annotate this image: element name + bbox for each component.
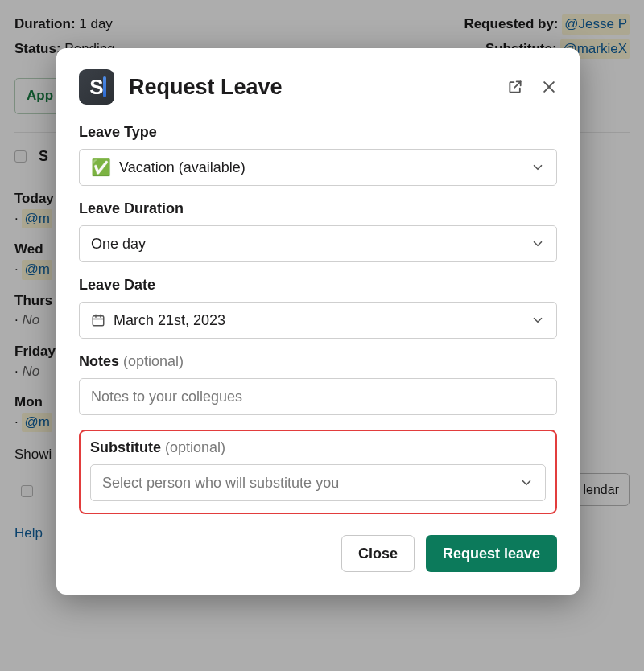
- substitute-select[interactable]: Select person who will substitute you: [90, 464, 546, 501]
- leave-duration-value: One day: [91, 236, 146, 253]
- leave-type-select[interactable]: ✅ Vacation (available): [79, 149, 557, 186]
- leave-type-label: Leave Type: [79, 124, 557, 141]
- leave-date-picker[interactable]: March 21st, 2023: [79, 302, 557, 339]
- app-icon: S: [79, 69, 114, 105]
- notes-input[interactable]: Notes to your collegues: [79, 378, 557, 415]
- leave-date-value: March 21st, 2023: [114, 312, 225, 329]
- substitute-highlight: Substitute (optional) Select person who …: [79, 430, 557, 514]
- leave-type-value: Vacation (available): [119, 159, 246, 176]
- calendar-icon: [91, 313, 105, 327]
- leave-date-label: Leave Date: [79, 277, 557, 294]
- request-leave-modal: S Request Leave Leave Type ✅ Vacation (a…: [56, 48, 580, 595]
- request-leave-button[interactable]: Request leave: [426, 535, 557, 572]
- open-external-icon[interactable]: [507, 79, 523, 95]
- chevron-down-icon: [530, 313, 545, 327]
- notes-label: Notes: [79, 353, 119, 369]
- modal-title: Request Leave: [129, 75, 493, 100]
- close-button[interactable]: Close: [341, 535, 415, 572]
- chevron-down-icon: [530, 237, 545, 251]
- svg-rect-0: [93, 316, 104, 326]
- notes-optional: (optional): [123, 353, 184, 369]
- close-icon[interactable]: [541, 79, 557, 95]
- chevron-down-icon: [530, 160, 545, 175]
- check-emoji-icon: ✅: [91, 159, 111, 175]
- leave-duration-label: Leave Duration: [79, 200, 557, 217]
- substitute-optional: (optional): [165, 439, 225, 455]
- chevron-down-icon: [519, 475, 534, 490]
- substitute-placeholder: Select person who will substitute you: [102, 475, 339, 492]
- substitute-field-label: Substitute: [90, 439, 161, 455]
- leave-duration-select[interactable]: One day: [79, 225, 557, 262]
- notes-placeholder: Notes to your collegues: [91, 389, 242, 405]
